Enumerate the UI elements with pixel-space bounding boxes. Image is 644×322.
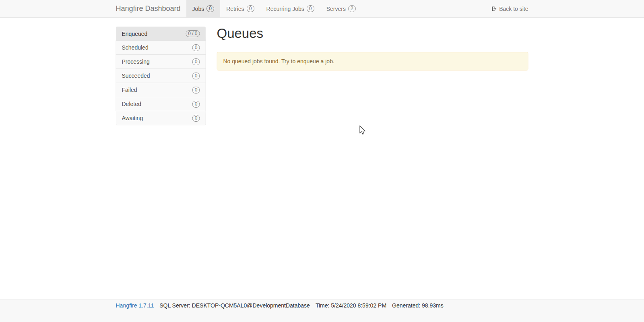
footer-storage-info: SQL Server: DESKTOP-QCM5AL0@DevelopmentD… <box>159 302 310 309</box>
sidebar-item-scheduled[interactable]: Scheduled 0 <box>116 41 206 55</box>
back-to-site-link[interactable]: Back to site <box>491 0 528 17</box>
hangfire-version-link[interactable]: Hangfire 1.7.11 <box>116 302 154 309</box>
sidebar-item-processing[interactable]: Processing 0 <box>116 55 206 69</box>
no-jobs-alert: No queued jobs found. Try to enqueue a j… <box>217 52 528 71</box>
sidebar-item-scheduled-label: Scheduled <box>122 44 149 51</box>
hangfire-dashboard-page: Hangfire Dashboard Jobs 0 Retries 0 Recu… <box>0 0 644 322</box>
sidebar-item-enqueued-label: Enqueued <box>122 31 148 37</box>
footer-server-time: Time: 5/24/2020 8:59:02 PM <box>316 302 386 309</box>
footer-generated-time: Generated: 98.93ms <box>392 302 444 309</box>
jobs-sidebar: Enqueued 0 / 0 Scheduled 0 Processing 0 … <box>116 27 206 125</box>
sidebar-item-awaiting-label: Awaiting <box>122 115 143 121</box>
footer-container: Hangfire 1.7.11 SQL Server: DESKTOP-QCM5… <box>116 299 528 309</box>
tab-servers-label: Servers <box>326 6 346 12</box>
navbar-container: Hangfire Dashboard Jobs 0 Retries 0 Recu… <box>116 0 528 17</box>
sidebar-item-succeeded[interactable]: Succeeded 0 <box>116 69 206 83</box>
brand-link[interactable]: Hangfire Dashboard <box>116 0 186 17</box>
tab-jobs[interactable]: Jobs 0 <box>186 0 221 17</box>
tab-recurring-jobs-count-badge: 0 <box>307 5 314 12</box>
mouse-cursor <box>359 125 368 137</box>
page-title: Queues <box>217 26 528 45</box>
tab-servers-count-badge: 2 <box>348 5 356 12</box>
sidebar-item-enqueued[interactable]: Enqueued 0 / 0 <box>116 27 206 41</box>
tab-retries[interactable]: Retries 0 <box>220 0 260 17</box>
tab-servers[interactable]: Servers 2 <box>320 0 362 17</box>
tab-jobs-label: Jobs <box>192 6 204 12</box>
tab-retries-label: Retries <box>226 6 244 12</box>
sidebar-item-processing-badge: 0 <box>192 58 200 65</box>
sidebar-item-processing-label: Processing <box>122 58 150 65</box>
footer: Hangfire 1.7.11 SQL Server: DESKTOP-QCM5… <box>0 299 644 322</box>
sidebar-item-awaiting[interactable]: Awaiting 0 <box>116 111 206 125</box>
sidebar-item-succeeded-badge: 0 <box>192 73 200 79</box>
navbar-tabs: Jobs 0 Retries 0 Recurring Jobs 0 Server… <box>186 0 362 17</box>
sidebar-item-deleted[interactable]: Deleted 0 <box>116 97 206 111</box>
main-panel: Queues No queued jobs found. Try to enqu… <box>217 18 528 71</box>
sidebar-item-awaiting-badge: 0 <box>192 115 200 122</box>
sidebar-item-scheduled-badge: 0 <box>192 44 200 51</box>
sign-out-icon <box>491 6 497 12</box>
sidebar-item-deleted-badge: 0 <box>192 101 200 108</box>
sidebar-item-failed[interactable]: Failed 0 <box>116 83 206 97</box>
sidebar-item-enqueued-badge: 0 / 0 <box>186 30 200 37</box>
top-navbar: Hangfire Dashboard Jobs 0 Retries 0 Recu… <box>0 0 644 18</box>
tab-recurring-jobs[interactable]: Recurring Jobs 0 <box>260 0 320 17</box>
sidebar-item-succeeded-label: Succeeded <box>122 73 150 79</box>
tab-recurring-jobs-label: Recurring Jobs <box>266 6 304 12</box>
tab-retries-count-badge: 0 <box>247 5 254 12</box>
tab-jobs-count-badge: 0 <box>206 5 214 12</box>
sidebar-item-failed-label: Failed <box>122 87 137 93</box>
sidebar-item-deleted-label: Deleted <box>122 101 141 107</box>
content-container: Enqueued 0 / 0 Scheduled 0 Processing 0 … <box>116 18 528 125</box>
sidebar-item-failed-badge: 0 <box>192 87 200 93</box>
back-to-site-label: Back to site <box>499 6 528 12</box>
